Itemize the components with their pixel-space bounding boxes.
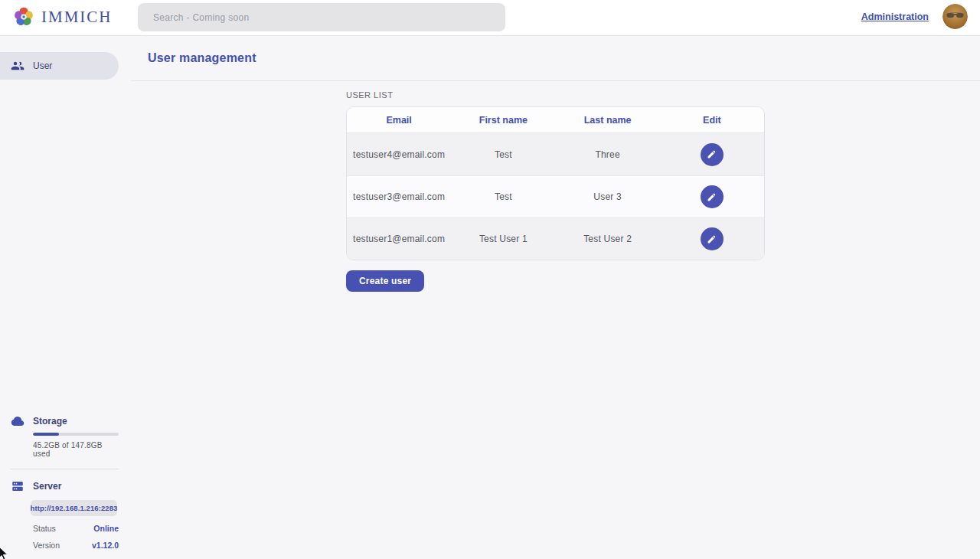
table-header-row: Email First name Last name Edit (347, 107, 764, 133)
administration-link[interactable]: Administration (861, 11, 929, 22)
sidebar: User Storage 45.2GB of 147.8GB used (0, 36, 131, 559)
storage-usage-text: 45.2GB of 147.8GB used (33, 441, 119, 458)
edit-user-button[interactable] (701, 227, 724, 250)
cell-first-name: Test (451, 149, 555, 160)
version-value: v1.12.0 (92, 541, 119, 550)
column-header-edit: Edit (660, 107, 764, 132)
table-row: testuser3@email.com Test User 3 (347, 175, 764, 217)
column-header-email: Email (347, 107, 451, 132)
app-logo[interactable]: IMMICH (12, 5, 113, 28)
page-title: User management (148, 51, 256, 65)
cell-last-name: Test User 2 (556, 234, 660, 244)
server-icon (11, 479, 24, 493)
sidebar-status-panel: Storage 45.2GB of 147.8GB used (0, 414, 131, 559)
sidebar-divider (11, 469, 119, 469)
status-value: Online (93, 524, 119, 533)
cell-email: testuser4@email.com (347, 149, 451, 160)
storage-progress-fill (33, 433, 59, 436)
app-name: IMMICH (41, 8, 113, 27)
pencil-icon (707, 234, 717, 244)
server-url-badge: http://192.168.1.216:2283 (31, 500, 117, 516)
user-avatar[interactable] (942, 4, 968, 29)
server-status-row: Status Online (33, 524, 119, 533)
pencil-icon (707, 192, 717, 202)
status-label: Status (33, 524, 56, 533)
search-bar[interactable] (138, 3, 505, 31)
immich-flower-icon (12, 5, 35, 28)
cell-last-name: User 3 (556, 191, 660, 202)
column-header-last-name: Last name (556, 107, 660, 132)
sidebar-item-user[interactable]: User (0, 52, 119, 80)
search-input[interactable] (138, 3, 505, 31)
storage-progress-bar (33, 433, 119, 436)
create-user-button[interactable]: Create user (346, 270, 424, 292)
sidebar-item-label: User (33, 60, 52, 71)
user-table: Email First name Last name Edit testuser… (346, 106, 765, 260)
cell-first-name: Test User 1 (451, 234, 555, 244)
edit-user-button[interactable] (701, 185, 724, 208)
page-header: User management (131, 36, 980, 81)
storage-section-header: Storage (11, 414, 119, 428)
edit-user-button[interactable] (701, 143, 724, 166)
table-body: testuser4@email.com Test Three (347, 133, 764, 260)
cell-email: testuser3@email.com (347, 191, 451, 202)
pencil-icon (707, 149, 717, 159)
server-section-header: Server (11, 479, 119, 493)
table-row: testuser1@email.com Test User 1 Test Use… (347, 217, 764, 260)
storage-title: Storage (33, 416, 67, 427)
cell-last-name: Three (556, 149, 660, 160)
cell-first-name: Test (451, 191, 555, 202)
column-header-first-name: First name (451, 107, 555, 132)
server-title: Server (33, 481, 61, 492)
users-icon (11, 59, 24, 73)
cloud-icon (11, 414, 24, 428)
topbar: IMMICH Administration (0, 0, 980, 36)
user-list-heading: USER LIST (346, 90, 980, 100)
version-label: Version (33, 541, 60, 550)
main-content: User management USER LIST Email First na… (131, 36, 980, 559)
cell-email: testuser1@email.com (347, 234, 451, 244)
server-version-row: Version v1.12.0 (33, 541, 119, 550)
table-row: testuser4@email.com Test Three (347, 133, 764, 175)
